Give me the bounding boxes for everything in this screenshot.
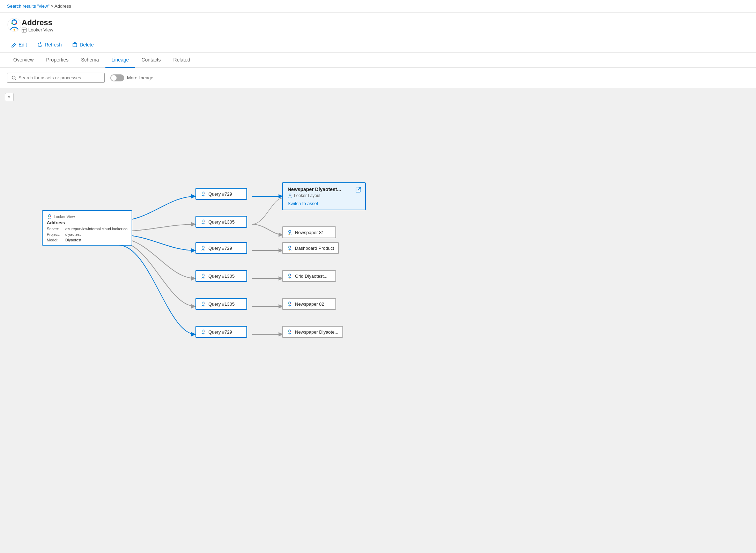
result-node-newspaper-diyaote[interactable]: Newspaper Diyaote...: [282, 326, 343, 338]
query-node-2-label: Query #1305: [208, 219, 235, 225]
svg-point-77: [288, 331, 289, 332]
result-node-newspaper81-icon: [287, 230, 292, 235]
tab-schema[interactable]: Schema: [75, 53, 105, 68]
query-node-2-icon: [200, 219, 206, 225]
refresh-button[interactable]: Refresh: [33, 40, 66, 50]
svg-point-57: [288, 232, 289, 232]
svg-point-44: [203, 329, 203, 330]
svg-point-63: [289, 250, 290, 250]
svg-line-12: [15, 79, 16, 80]
source-node-icon: [47, 214, 52, 219]
svg-point-68: [289, 278, 290, 278]
result-node-newspaper82[interactable]: Newspaper 82: [282, 298, 336, 310]
query-node-1[interactable]: Query #729: [195, 188, 247, 200]
search-box[interactable]: [7, 73, 105, 83]
source-node-title: Address: [47, 220, 127, 225]
query-node-5[interactable]: Query #1305: [195, 298, 247, 310]
edit-button[interactable]: Edit: [7, 40, 31, 50]
query-node-6-icon: [200, 329, 206, 335]
edit-icon: [11, 42, 16, 48]
toggle-switch[interactable]: [110, 74, 124, 81]
query-node-3[interactable]: Query #729: [195, 242, 247, 254]
tab-lineage[interactable]: Lineage: [105, 53, 135, 68]
svg-point-29: [203, 246, 203, 246]
tab-overview[interactable]: Overview: [7, 53, 40, 68]
svg-point-31: [202, 247, 202, 248]
source-node-project: Project: diyaotest: [47, 232, 127, 237]
source-node-type: Looker View: [47, 214, 127, 219]
source-node-type-label: Looker View: [54, 214, 75, 219]
search-input[interactable]: [18, 75, 100, 80]
expand-button[interactable]: »: [5, 93, 14, 101]
tabs-bar: Overview Properties Schema Lineage Conta…: [0, 53, 756, 68]
breadcrumb-current: Address: [54, 3, 71, 9]
svg-point-25: [204, 221, 205, 222]
result-node-newspaper-diyaote-icon: [287, 329, 292, 335]
query-node-5-label: Query #1305: [208, 301, 235, 307]
query-node-4-icon: [200, 273, 206, 279]
query-node-1-label: Query #729: [208, 191, 232, 197]
more-lineage-toggle[interactable]: More lineage: [110, 74, 153, 81]
svg-point-4: [12, 23, 13, 24]
source-node[interactable]: Looker View Address Server: azurepurview…: [42, 210, 132, 246]
breadcrumb-separator: >: [51, 3, 55, 9]
tab-contacts[interactable]: Contacts: [135, 53, 167, 68]
toolbar: Edit Refresh Delete: [0, 37, 756, 53]
svg-point-75: [289, 329, 290, 330]
svg-point-39: [203, 301, 203, 302]
svg-point-76: [290, 331, 291, 332]
svg-point-42: [203, 306, 203, 306]
svg-point-56: [290, 232, 291, 232]
delete-button[interactable]: Delete: [68, 40, 98, 50]
svg-point-78: [289, 334, 290, 334]
page-header: Address Looker View: [0, 13, 756, 37]
svg-point-3: [15, 23, 17, 24]
result-node-newspaper81[interactable]: Newspaper 81: [282, 226, 336, 238]
result-node-grid-label: Grid Diyaotest...: [295, 274, 327, 279]
more-lineage-label: More lineage: [127, 75, 153, 80]
query-node-3-label: Query #729: [208, 246, 232, 251]
query-node-2[interactable]: Query #1305: [195, 216, 247, 228]
breadcrumb-link[interactable]: Search results "view": [7, 3, 50, 9]
svg-point-45: [204, 331, 205, 332]
result-node-newspaper81-label: Newspaper 81: [295, 230, 324, 235]
page-title: Address: [22, 18, 53, 27]
popup-switch-link[interactable]: Switch to asset: [288, 201, 360, 206]
source-node-server: Server: azurepurviewinternal.cloud.looke…: [47, 227, 127, 231]
svg-point-14: [49, 214, 50, 215]
tab-related[interactable]: Related: [167, 53, 197, 68]
popup-card[interactable]: Newspaper Diyaotest... Looker Layout Swi…: [282, 182, 366, 210]
result-node-dashboard-label: Dashboard Product: [295, 246, 334, 251]
svg-point-19: [203, 191, 203, 192]
result-node-dashboard[interactable]: Dashboard Product: [282, 242, 339, 254]
svg-point-37: [203, 278, 203, 278]
breadcrumb: Search results "view" > Address: [0, 0, 756, 13]
result-node-grid[interactable]: Grid Diyaotest...: [282, 270, 336, 282]
delete-icon: [72, 42, 77, 48]
svg-point-36: [202, 275, 202, 276]
svg-point-26: [202, 221, 202, 222]
svg-point-70: [289, 301, 290, 302]
svg-point-60: [289, 246, 290, 246]
lineage-search-area: More lineage: [0, 68, 756, 88]
svg-point-32: [203, 250, 203, 250]
svg-point-34: [203, 274, 203, 274]
query-node-4-label: Query #1305: [208, 274, 235, 279]
lineage-canvas: »: [0, 88, 756, 553]
search-icon: [12, 75, 16, 80]
result-node-newspaper82-icon: [287, 301, 292, 307]
query-node-4[interactable]: Query #1305: [195, 270, 247, 282]
query-node-6[interactable]: Query #729: [195, 326, 247, 338]
svg-point-24: [203, 219, 203, 220]
query-node-6-label: Query #729: [208, 329, 232, 335]
svg-point-52: [289, 195, 290, 196]
svg-point-41: [202, 303, 202, 304]
svg-point-47: [203, 334, 203, 334]
svg-point-5: [14, 29, 15, 31]
svg-point-21: [202, 193, 202, 194]
query-node-3-icon: [200, 245, 206, 251]
svg-point-15: [50, 216, 51, 217]
tab-properties[interactable]: Properties: [40, 53, 75, 68]
popup-external-link-button[interactable]: [355, 187, 362, 194]
result-node-dashboard-icon: [287, 245, 292, 251]
